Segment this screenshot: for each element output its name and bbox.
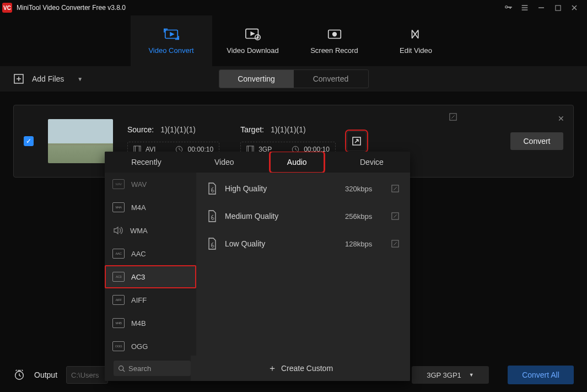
svg-rect-0: [555, 5, 560, 10]
tab-video-convert[interactable]: Video Convert: [131, 15, 212, 66]
doc-icon: [207, 182, 217, 195]
format-label: OGG: [131, 342, 148, 351]
convert-state-segment: Converting Converted: [219, 69, 369, 88]
target-settings-button[interactable]: [347, 131, 367, 151]
picker-tab-audio[interactable]: Audio: [272, 153, 322, 171]
tab-video-download[interactable]: Video Download: [212, 15, 294, 66]
minimize-button[interactable]: [533, 0, 550, 15]
output-path-field[interactable]: C:\Users: [66, 366, 108, 384]
edit-icon[interactable]: [391, 240, 399, 248]
format-item-wma[interactable]: WMA: [105, 219, 196, 242]
plus-icon: ＋: [268, 363, 277, 374]
chevron-down-icon[interactable]: ▼: [77, 76, 83, 82]
format-item-wav[interactable]: WAV WAV: [105, 173, 196, 196]
app-logo: VC: [2, 3, 12, 13]
svg-point-5: [332, 32, 336, 36]
format-item-ac3[interactable]: AC3 AC3: [105, 265, 196, 288]
close-button[interactable]: [566, 0, 583, 15]
tab-screen-record[interactable]: Screen Record: [294, 15, 375, 66]
preset-label: 3GP 3GP1: [427, 371, 461, 379]
quality-item-high[interactable]: High Quality 320kbps: [207, 182, 399, 195]
file-icon: WAV: [112, 179, 125, 189]
add-file-icon: [13, 73, 24, 84]
key-icon[interactable]: [500, 0, 516, 15]
file-icon: M4B: [112, 318, 125, 328]
format-label: WAV: [131, 180, 147, 189]
tab-label: Video Convert: [148, 46, 193, 55]
close-icon[interactable]: ✕: [558, 114, 564, 123]
picker-tabs: Recently Video Audio Device: [105, 152, 410, 173]
quality-item-medium[interactable]: Medium Quality 256kbps: [207, 210, 399, 222]
format-item-m4a[interactable]: M4A M4A: [105, 196, 196, 219]
format-picker: Recently Video Audio Device WAV WAV M4A …: [105, 152, 410, 381]
main-tabs: Video Convert Video Download Screen Reco…: [0, 15, 587, 66]
schedule-icon[interactable]: [13, 369, 25, 381]
edit-icon[interactable]: [391, 185, 399, 192]
search-icon: [118, 365, 125, 372]
target-label: Target:: [240, 125, 264, 134]
svg-point-16: [119, 366, 123, 370]
quality-name: Medium Quality: [225, 212, 337, 221]
video-thumbnail[interactable]: [48, 119, 113, 163]
add-files-label: Add Files: [32, 74, 64, 83]
file-icon: AIFF: [112, 295, 125, 305]
output-label: Output: [34, 370, 57, 379]
source-filename: 1)(1)(1)(1): [160, 125, 196, 134]
quality-bitrate: 320kbps: [345, 185, 384, 193]
file-checkbox[interactable]: ✓: [24, 136, 34, 146]
speaker-icon: [112, 225, 123, 235]
file-icon: OGG: [112, 341, 125, 351]
toolbar: Add Files ▼ Converting Converted: [0, 66, 587, 92]
quality-name: High Quality: [225, 184, 337, 193]
add-files-button[interactable]: Add Files ▼: [13, 73, 83, 84]
doc-icon: [207, 210, 217, 222]
edit-target-icon[interactable]: [449, 113, 457, 121]
expand-icon: [352, 137, 361, 146]
format-label: AC3: [131, 273, 145, 281]
tab-edit-video[interactable]: Edit Video: [375, 15, 457, 66]
format-list[interactable]: WAV WAV M4A M4A WMA AAC AAC AC3 AC3 AIFF: [105, 173, 196, 356]
picker-tab-device[interactable]: Device: [344, 153, 399, 171]
tab-label: Screen Record: [310, 46, 358, 55]
chevron-down-icon: ▼: [469, 372, 474, 378]
file-icon: M4A: [112, 202, 125, 212]
tab-label: Edit Video: [400, 46, 432, 55]
format-search-input[interactable]: Search: [114, 361, 191, 376]
format-item-aac[interactable]: AAC AAC: [105, 242, 196, 265]
edit-icon[interactable]: [391, 212, 399, 220]
convert-button[interactable]: Convert: [510, 132, 563, 150]
format-item-ogg[interactable]: OGG OGG: [105, 335, 196, 356]
target-filename: 1)(1)(1)(1): [271, 125, 306, 134]
segment-converting[interactable]: Converting: [219, 70, 294, 88]
picker-tab-recently[interactable]: Recently: [116, 153, 176, 171]
quality-bitrate: 128kbps: [345, 240, 384, 248]
file-icon: AC3: [112, 272, 125, 282]
segment-converted[interactable]: Converted: [294, 70, 368, 88]
search-placeholder: Search: [128, 364, 151, 373]
quality-item-low[interactable]: Low Quality 128kbps: [207, 238, 399, 250]
maximize-button[interactable]: [550, 0, 566, 15]
output-preset-dropdown[interactable]: 3GP 3GP1 ▼: [412, 366, 489, 384]
create-custom-button[interactable]: ＋ Create Custom: [191, 356, 410, 381]
doc-icon: [207, 238, 217, 250]
file-icon: AAC: [112, 249, 125, 259]
format-label: M4B: [131, 319, 146, 327]
tab-label: Video Download: [227, 46, 278, 55]
picker-footer: Search ＋ Create Custom: [105, 356, 410, 381]
quality-bitrate: 256kbps: [345, 212, 384, 221]
quality-name: Low Quality: [225, 239, 337, 248]
app-title: MiniTool Video Converter Free v3.8.0: [17, 4, 126, 12]
output-path-text: C:\Users: [71, 371, 99, 379]
menu-icon[interactable]: [516, 0, 533, 15]
titlebar: VC MiniTool Video Converter Free v3.8.0: [0, 0, 587, 15]
quality-list: High Quality 320kbps Medium Quality 256k…: [196, 173, 410, 356]
convert-all-button[interactable]: Convert All: [508, 366, 574, 384]
create-custom-label: Create Custom: [281, 364, 333, 373]
format-label: AIFF: [131, 296, 147, 304]
format-label: AAC: [131, 250, 146, 258]
picker-tab-video[interactable]: Video: [199, 153, 250, 171]
source-label: Source:: [127, 125, 154, 134]
format-item-aiff[interactable]: AIFF AIFF: [105, 288, 196, 312]
format-label: M4A: [131, 203, 146, 212]
format-item-m4b[interactable]: M4B M4B: [105, 312, 196, 335]
